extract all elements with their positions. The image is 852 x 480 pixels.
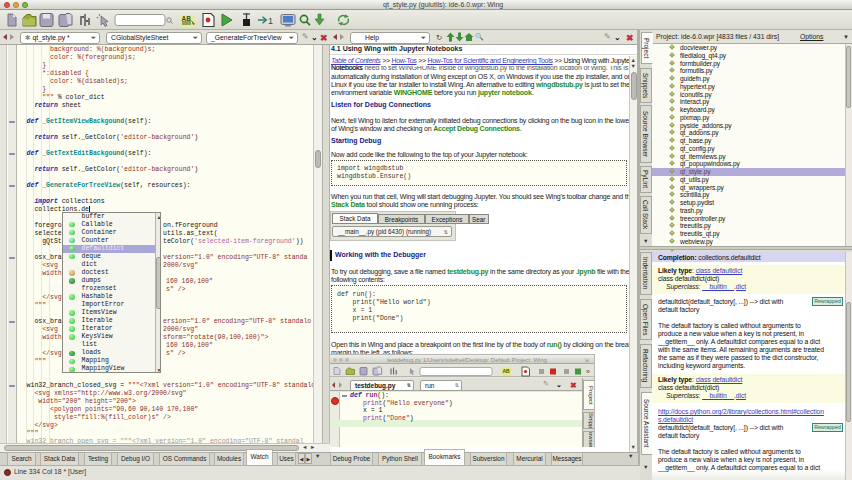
svg-text:1: 1 (268, 16, 273, 26)
svg-text:»: » (586, 368, 590, 375)
svg-text:AB: AB (182, 15, 192, 22)
svg-text:AB: AB (503, 368, 511, 374)
